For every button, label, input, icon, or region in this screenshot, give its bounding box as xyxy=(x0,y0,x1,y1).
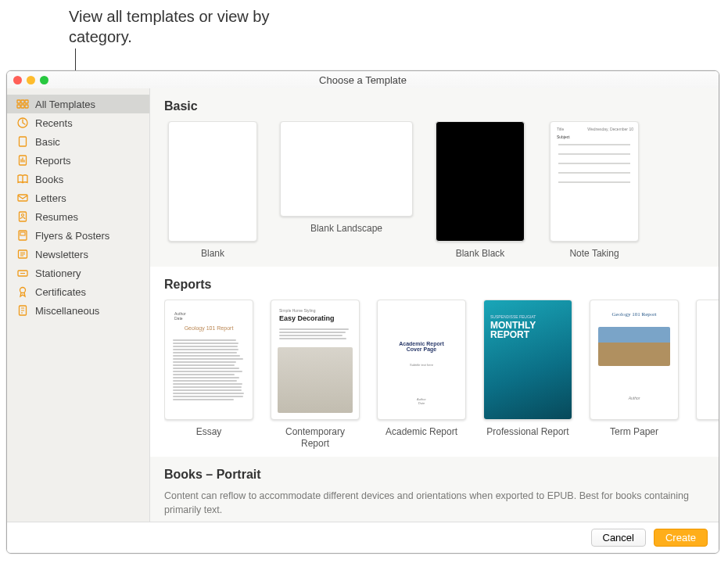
sidebar-item-label: Recents xyxy=(35,117,73,129)
poster-icon xyxy=(16,229,29,242)
template-thumbnail[interactable] xyxy=(280,121,413,217)
template-thumbnail[interactable]: Geology 101 ReportAuthor xyxy=(590,300,679,420)
book-icon xyxy=(16,173,29,185)
section-title: Basic xyxy=(164,99,719,113)
template-item: TitleWednesday, December 10SubjectNote T… xyxy=(546,121,643,259)
card-icon xyxy=(16,267,29,279)
clock-icon xyxy=(16,117,29,129)
svg-rect-5 xyxy=(25,105,28,108)
sidebar-item-books[interactable]: Books xyxy=(7,170,149,188)
template-item: Blank xyxy=(164,121,261,259)
sidebar-item-label: Reports xyxy=(35,155,71,167)
ribbon-icon xyxy=(16,285,29,298)
sidebar-item-label: All Templates xyxy=(35,99,95,110)
template-item xyxy=(696,300,719,449)
window-titlebar: Choose a Template xyxy=(7,71,719,88)
sidebar-item-label: Flyers & Posters xyxy=(35,230,109,242)
sidebar-item-all-templates[interactable]: All Templates xyxy=(7,95,149,113)
sidebar-item-label: Books xyxy=(35,174,63,185)
template-label: Essay xyxy=(196,426,222,437)
template-thumbnail[interactable]: AuthorDateGeology 101 Report xyxy=(164,300,253,420)
template-label: Contemporary Report xyxy=(271,426,360,449)
svg-rect-4 xyxy=(21,105,24,108)
sidebar-item-label: Newsletters xyxy=(35,249,88,260)
template-row: AuthorDateGeology 101 ReportEssaySimple … xyxy=(164,300,719,449)
template-label: Blank xyxy=(201,248,224,259)
template-chooser-window: Choose a Template All TemplatesRecentsBa… xyxy=(6,70,719,554)
window-title: Choose a Template xyxy=(7,74,719,86)
sidebar-item-label: Miscellaneous xyxy=(35,305,99,317)
template-label: Note Taking xyxy=(569,248,619,259)
template-label: Academic Report xyxy=(386,426,457,437)
section-reports: ReportsAuthorDateGeology 101 ReportEssay… xyxy=(150,267,719,457)
template-item: SUSPENDISSE FEUGIATMONTHLYREPORTProfessi… xyxy=(483,300,572,449)
sidebar-item-label: Certificates xyxy=(35,286,86,298)
section-title: Reports xyxy=(164,278,719,292)
sidebar-item-label: Stationery xyxy=(35,267,81,279)
template-item: Simple Home StylingEasy DecoratingContem… xyxy=(271,300,360,449)
category-sidebar: All TemplatesRecentsBasicReportsBooksLet… xyxy=(7,88,150,522)
template-item: Blank Landscape xyxy=(278,121,414,259)
template-item: AuthorDateGeology 101 ReportEssay xyxy=(164,300,253,449)
svg-rect-3 xyxy=(17,105,20,108)
svg-rect-9 xyxy=(18,195,27,201)
sidebar-item-reports[interactable]: Reports xyxy=(7,151,149,170)
sidebar-item-recents[interactable]: Recents xyxy=(7,113,149,132)
template-thumbnail[interactable]: Academic Report Cover PageSubtitle text … xyxy=(377,300,466,420)
news-icon xyxy=(16,248,29,260)
template-label: Term Paper xyxy=(610,426,658,437)
template-item: Academic Report Cover PageSubtitle text … xyxy=(377,300,466,449)
template-row: BlankBlank LandscapeBlank BlackTitleWedn… xyxy=(164,121,719,259)
callout-text: View all templates or view by category. xyxy=(69,6,272,47)
resume-icon xyxy=(16,210,29,223)
template-main-area[interactable]: BasicBlankBlank LandscapeBlank BlackTitl… xyxy=(150,88,719,522)
template-item: Blank Black xyxy=(432,121,529,259)
sidebar-item-label: Resumes xyxy=(35,211,78,223)
grid-icon xyxy=(16,98,29,110)
report-icon xyxy=(16,154,29,167)
sidebar-item-label: Letters xyxy=(35,192,66,204)
sidebar-item-stationery[interactable]: Stationery xyxy=(7,264,149,282)
dialog-footer: Cancel Create xyxy=(7,522,719,553)
template-item: Geology 101 ReportAuthorTerm Paper xyxy=(590,300,679,449)
template-thumbnail[interactable] xyxy=(436,121,525,242)
template-thumbnail[interactable] xyxy=(168,121,257,242)
template-thumbnail[interactable] xyxy=(696,300,719,420)
svg-rect-0 xyxy=(17,100,20,103)
svg-rect-7 xyxy=(20,137,27,146)
sidebar-item-label: Basic xyxy=(35,136,60,148)
doc-icon xyxy=(16,135,29,148)
sidebar-item-newsletters[interactable]: Newsletters xyxy=(7,245,149,264)
sidebar-item-resumes[interactable]: Resumes xyxy=(7,207,149,226)
template-label: Blank Landscape xyxy=(310,223,382,234)
svg-point-16 xyxy=(20,288,26,293)
template-label: Blank Black xyxy=(456,248,505,259)
cancel-button[interactable]: Cancel xyxy=(591,529,646,547)
sidebar-item-flyers-posters[interactable]: Flyers & Posters xyxy=(7,226,149,245)
sidebar-item-miscellaneous[interactable]: Miscellaneous xyxy=(7,301,149,320)
sidebar-item-basic[interactable]: Basic xyxy=(7,132,149,151)
template-thumbnail[interactable]: TitleWednesday, December 10Subject xyxy=(550,121,639,242)
svg-point-11 xyxy=(22,214,24,217)
template-thumbnail[interactable]: Simple Home StylingEasy Decorating xyxy=(271,300,360,420)
letter-icon xyxy=(16,192,29,204)
sidebar-item-letters[interactable]: Letters xyxy=(7,188,149,207)
sidebar-item-certificates[interactable]: Certificates xyxy=(7,282,149,301)
section-basic: BasicBlankBlank LandscapeBlank BlackTitl… xyxy=(150,88,719,267)
section-title: Books – Portrait xyxy=(164,468,719,482)
svg-rect-1 xyxy=(21,100,24,103)
template-label: Professional Report xyxy=(486,426,568,437)
template-thumbnail[interactable]: SUSPENDISSE FEUGIATMONTHLYREPORT xyxy=(483,300,572,420)
section-books-portrait: Books – PortraitContent can reflow to ac… xyxy=(150,457,719,522)
section-subtitle: Content can reflow to accommodate differ… xyxy=(164,490,719,517)
create-button[interactable]: Create xyxy=(654,529,708,547)
misc-icon xyxy=(16,304,29,317)
svg-rect-13 xyxy=(20,232,25,235)
svg-rect-2 xyxy=(25,100,28,103)
